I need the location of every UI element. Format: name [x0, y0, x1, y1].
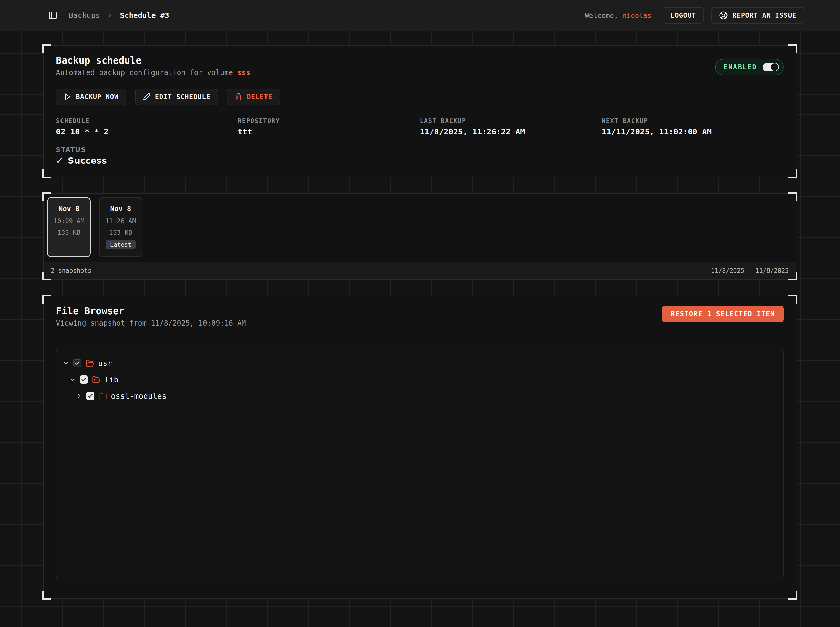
- info-field-schedule: SCHEDULE 02 10 * * 2: [56, 117, 238, 136]
- toggle-switch[interactable]: [763, 63, 779, 71]
- check-icon: ✓: [56, 156, 63, 166]
- edit-schedule-label: EDIT SCHEDULE: [155, 93, 211, 101]
- field-label: SCHEDULE: [56, 117, 238, 124]
- corner-bracket: [42, 169, 51, 178]
- report-issue-button[interactable]: REPORT AN ISSUE: [711, 7, 804, 24]
- tree-label: ossl-modules: [111, 392, 167, 400]
- snapshots-panel: Nov 8 10:09 AM 133 KB Nov 8 11:26 AM 133…: [43, 193, 796, 280]
- panel-left-icon: [48, 11, 57, 20]
- main-content: Backup schedule Automated backup configu…: [0, 31, 840, 599]
- enabled-label: ENABLED: [723, 63, 757, 71]
- file-browser-panel: File Browser Viewing snapshot from 11/8/…: [43, 296, 796, 599]
- status-label: STATUS: [56, 146, 784, 153]
- field-label: NEXT BACKUP: [602, 117, 784, 124]
- top-bar: Backups Schedule #3 Welcome, nicolas LOG…: [0, 0, 840, 31]
- play-icon: [63, 93, 71, 101]
- corner-bracket: [42, 44, 51, 53]
- backup-now-label: BACKUP NOW: [76, 93, 118, 101]
- latest-badge: Latest: [106, 240, 135, 249]
- snapshot-size: 133 KB: [109, 229, 132, 236]
- panel-title: Backup schedule: [56, 55, 250, 66]
- toggle-knob: [771, 63, 778, 71]
- snapshot-date: Nov 8: [110, 205, 131, 213]
- corner-bracket: [788, 591, 797, 600]
- subtitle-prefix: Automated backup configuration for volum…: [56, 68, 237, 77]
- welcome-prefix: Welcome,: [585, 11, 618, 19]
- field-value: 11/8/2025, 11:26:22 AM: [420, 127, 602, 136]
- info-field-next-backup: NEXT BACKUP 11/11/2025, 11:02:00 AM: [602, 117, 784, 136]
- welcome-text: Welcome, nicolas: [585, 11, 651, 19]
- breadcrumb-parent[interactable]: Backups: [69, 11, 100, 20]
- file-tree: usr lib: [56, 349, 784, 579]
- chevron-right-icon: [107, 12, 113, 19]
- snapshots-footer: 2 snapshots 11/8/2025 – 11/8/2025: [44, 262, 796, 279]
- field-value: 02 10 * * 2: [56, 127, 238, 136]
- corner-bracket: [788, 295, 797, 304]
- field-label: LAST BACKUP: [420, 117, 602, 124]
- restore-button[interactable]: RESTORE 1 SELECTED ITEM: [662, 306, 784, 322]
- tree-row-ossl-modules[interactable]: ossl-modules: [63, 388, 777, 404]
- logout-label: LOGOUT: [670, 11, 696, 19]
- schedule-heading: Backup schedule Automated backup configu…: [56, 55, 250, 77]
- pencil-icon: [143, 93, 150, 101]
- delete-label: DELETE: [247, 93, 272, 101]
- field-label: REPOSITORY: [238, 117, 420, 124]
- corner-bracket: [42, 591, 51, 600]
- snapshot-date: Nov 8: [58, 205, 79, 213]
- info-field-repository: REPOSITORY ttt: [238, 117, 420, 136]
- folder-open-icon: [92, 375, 101, 384]
- folder-open-icon: [85, 359, 94, 367]
- folder-closed-icon: [98, 392, 107, 400]
- breadcrumb-trail: Backups Schedule #3: [69, 11, 169, 20]
- logout-button[interactable]: LOGOUT: [663, 7, 704, 24]
- backup-schedule-panel: Backup schedule Automated backup configu…: [43, 45, 796, 177]
- status-text: Success: [68, 156, 107, 166]
- status-block: STATUS ✓ Success: [56, 146, 784, 166]
- lifebuoy-icon: [719, 11, 728, 20]
- snapshot-card-selected[interactable]: Nov 8 10:09 AM 133 KB: [47, 197, 91, 257]
- edit-schedule-button[interactable]: EDIT SCHEDULE: [135, 88, 218, 105]
- panel-subtitle: Automated backup configuration for volum…: [56, 68, 250, 77]
- file-browser-subtitle: Viewing snapshot from 11/8/2025, 10:09:1…: [56, 318, 246, 328]
- username: nicolas: [622, 11, 651, 19]
- breadcrumb-current: Schedule #3: [120, 11, 169, 20]
- schedule-info-grid: SCHEDULE 02 10 * * 2 REPOSITORY ttt LAST…: [56, 117, 784, 136]
- checkbox-checked[interactable]: [86, 392, 94, 400]
- schedule-actions: BACKUP NOW EDIT SCHEDULE DELETE: [56, 88, 784, 105]
- tree-row-usr[interactable]: usr: [63, 355, 777, 372]
- checkbox-checked[interactable]: [80, 375, 88, 384]
- breadcrumb: Backups Schedule #3: [48, 11, 169, 20]
- field-value: 11/11/2025, 11:02:00 AM: [602, 127, 784, 136]
- backup-now-button[interactable]: BACKUP NOW: [56, 88, 126, 105]
- restore-label: RESTORE 1 SELECTED ITEM: [671, 310, 775, 318]
- chevron-right-icon[interactable]: [76, 393, 84, 399]
- snapshot-date-range: 11/8/2025 – 11/8/2025: [711, 267, 789, 274]
- tree-row-lib[interactable]: lib: [63, 372, 777, 388]
- sidebar-toggle-button[interactable]: [48, 11, 57, 20]
- snapshot-size: 133 KB: [57, 229, 81, 236]
- trash-icon: [234, 93, 242, 101]
- file-browser-heading: File Browser Viewing snapshot from 11/8/…: [56, 305, 246, 328]
- snapshot-time: 11:26 AM: [105, 217, 136, 225]
- enabled-toggle[interactable]: ENABLED: [715, 59, 784, 75]
- checkbox-checked[interactable]: [73, 359, 82, 367]
- delete-button[interactable]: DELETE: [227, 88, 280, 105]
- volume-name: sss: [237, 68, 250, 77]
- snapshot-count: 2 snapshots: [51, 267, 92, 274]
- snapshot-card-latest[interactable]: Nov 8 11:26 AM 133 KB Latest: [99, 197, 142, 257]
- corner-bracket: [788, 44, 797, 53]
- chevron-down-icon[interactable]: [63, 360, 71, 366]
- info-field-last-backup: LAST BACKUP 11/8/2025, 11:26:22 AM: [420, 117, 602, 136]
- tree-label: usr: [98, 359, 112, 368]
- chevron-down-icon[interactable]: [69, 377, 77, 383]
- tree-label: lib: [104, 375, 118, 384]
- corner-bracket: [788, 169, 797, 178]
- corner-bracket: [42, 295, 51, 304]
- status-value: ✓ Success: [56, 156, 784, 166]
- report-issue-label: REPORT AN ISSUE: [733, 11, 796, 19]
- top-bar-actions: Welcome, nicolas LOGOUT REPORT AN ISSUE: [585, 7, 804, 24]
- file-browser-title: File Browser: [56, 305, 246, 317]
- snapshot-time: 10:09 AM: [54, 217, 84, 225]
- field-value: ttt: [238, 127, 420, 136]
- snapshot-card-list: Nov 8 10:09 AM 133 KB Nov 8 11:26 AM 133…: [47, 197, 792, 257]
